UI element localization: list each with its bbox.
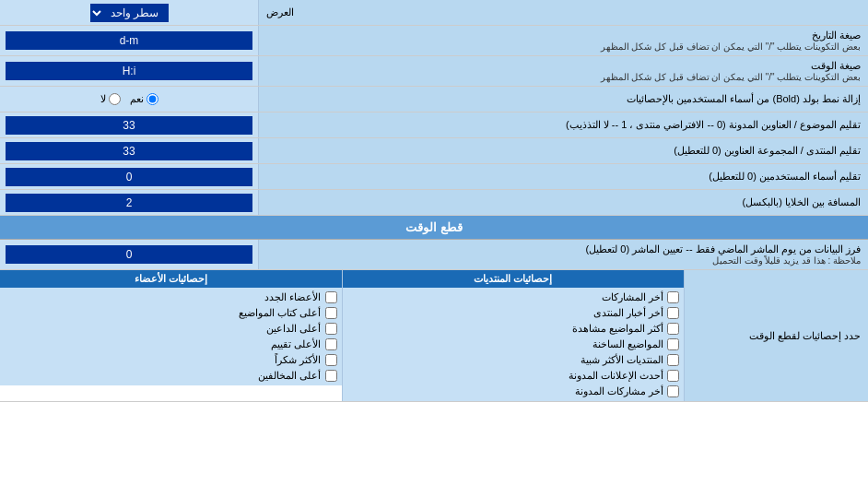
- radio-yes-label[interactable]: نعم: [130, 93, 158, 105]
- members-stats-items: الأعضاء الجدد أعلى كتاب المواضيع أعلى ال…: [0, 288, 342, 385]
- forum-title-trim-row: تقليم المنتدى / المجموعة العناوين (0 للت…: [0, 138, 868, 164]
- bold-removal-radio-cell: نعم لا: [0, 87, 258, 112]
- page-title: العرض: [258, 0, 868, 25]
- checkbox-new-members[interactable]: [325, 291, 337, 303]
- checkbox-similar-forums[interactable]: [667, 354, 679, 366]
- date-format-input-cell: [0, 26, 258, 55]
- panel-item-7: أخر مشاركات المدونة: [347, 384, 680, 399]
- panel-item-5: المنتديات الأكثر شبية: [347, 352, 680, 368]
- checkbox-top-writers[interactable]: [325, 307, 337, 319]
- bold-removal-row: إزالة نمط بولد (Bold) من أسماء المستخدمي…: [0, 87, 868, 112]
- bold-removal-label: إزالة نمط بولد (Bold) من أسماء المستخدمي…: [258, 87, 868, 112]
- cutoff-section-header: قطع الوقت: [0, 216, 868, 240]
- time-format-row: صيغة الوقت بعض التكوينات يتطلب "/" التي …: [0, 56, 868, 87]
- panel-item-3: أكثر المواضيع مشاهدة: [347, 321, 680, 337]
- radio-no-label[interactable]: لا: [100, 93, 121, 105]
- panel-item-6: أحدث الإعلانات المدونة: [347, 368, 680, 384]
- checkbox-top-rated[interactable]: [325, 338, 337, 350]
- date-format-label: صيغة التاريخ بعض التكوينات يتطلب "/" الت…: [258, 26, 868, 55]
- cell-spacing-label: المسافة بين الخلايا (بالبكسل): [258, 190, 868, 215]
- checkbox-latest-announcements[interactable]: [667, 370, 679, 382]
- title-trim-label: تقليم الموضوع / العناوين المدونة (0 -- ا…: [258, 112, 868, 137]
- panel-item-m3: أعلى الداعين: [5, 321, 337, 337]
- username-trim-input[interactable]: [6, 168, 252, 186]
- title-trim-input-cell: [0, 112, 258, 137]
- forum-title-trim-label: تقليم المنتدى / المجموعة العناوين (0 للت…: [258, 138, 868, 163]
- panel-item-m5: الأكثر شكراً: [5, 352, 337, 368]
- date-format-input[interactable]: [6, 31, 252, 50]
- checkbox-panels: إحصائيات المنتديات أخر المشاركات أخر أخب…: [0, 270, 684, 401]
- display-select-cell: سطر واحد سطرين: [0, 0, 258, 25]
- time-format-input[interactable]: [6, 62, 252, 80]
- time-format-input-cell: [0, 56, 258, 86]
- checkbox-hot-topics[interactable]: [667, 338, 679, 350]
- cell-spacing-row: المسافة بين الخلايا (بالبكسل): [0, 190, 868, 216]
- panel-item-m2: أعلى كتاب المواضيع: [5, 305, 337, 321]
- radio-no[interactable]: [109, 93, 121, 105]
- cutoff-days-input-cell: [0, 240, 258, 269]
- checkbox-top-callers[interactable]: [325, 323, 337, 335]
- forums-stats-header: إحصائيات المنتديات: [343, 270, 685, 288]
- title-row: العرض سطر واحد سطرين: [0, 0, 868, 26]
- cutoff-days-row: فرز البيانات من يوم الماشر الماضي فقط --…: [0, 240, 868, 270]
- forums-stats-items: أخر المشاركات أخر أخبار المنتدى أكثر الم…: [343, 288, 685, 401]
- cell-spacing-input-cell: [0, 190, 258, 215]
- panel-item-m1: الأعضاء الجدد: [5, 290, 337, 305]
- username-trim-input-cell: [0, 164, 258, 189]
- forum-title-trim-input-cell: [0, 138, 258, 163]
- members-stats-panel: إحصائيات الأعضاء الأعضاء الجدد أعلى كتاب…: [0, 270, 342, 401]
- date-format-row: صيغة التاريخ بعض التكوينات يتطلب "/" الت…: [0, 26, 868, 56]
- time-format-label: صيغة الوقت بعض التكوينات يتطلب "/" التي …: [258, 56, 868, 86]
- username-trim-label: تقليم أسماء المستخدمين (0 للتعطيل): [258, 164, 868, 189]
- title-trim-row: تقليم الموضوع / العناوين المدونة (0 -- ا…: [0, 112, 868, 138]
- panel-item-2: أخر أخبار المنتدى: [347, 305, 680, 321]
- limit-stats-label: حدد إحصائيات لقطع الوقت: [684, 270, 868, 401]
- checkbox-last-posts[interactable]: [667, 291, 679, 303]
- radio-yes[interactable]: [147, 93, 158, 105]
- cutoff-days-label: فرز البيانات من يوم الماشر الماضي فقط --…: [258, 240, 868, 269]
- panel-item-m6: أعلى المخالفين: [5, 368, 337, 384]
- checkbox-top-violators[interactable]: [325, 370, 337, 382]
- title-trim-input[interactable]: [6, 116, 252, 135]
- panel-item-1: أخر المشاركات: [347, 290, 680, 305]
- members-stats-header: إحصائيات الأعضاء: [0, 270, 342, 288]
- limit-stats-section: حدد إحصائيات لقطع الوقت إحصائيات المنتدي…: [0, 270, 868, 402]
- checkbox-last-blog-posts[interactable]: [667, 385, 679, 397]
- panel-item-4: المواضيع الساخنة: [347, 337, 680, 352]
- forum-title-trim-input[interactable]: [6, 142, 252, 160]
- cutoff-days-input[interactable]: [6, 245, 252, 264]
- cell-spacing-input[interactable]: [6, 194, 252, 212]
- username-trim-row: تقليم أسماء المستخدمين (0 للتعطيل): [0, 164, 868, 190]
- main-container: العرض سطر واحد سطرين صيغة التاريخ بعض ال…: [0, 0, 868, 402]
- checkbox-most-viewed[interactable]: [667, 323, 679, 335]
- display-select[interactable]: سطر واحد سطرين: [90, 4, 169, 22]
- checkbox-last-forum-news[interactable]: [667, 307, 679, 319]
- forums-stats-panel: إحصائيات المنتديات أخر المشاركات أخر أخب…: [342, 270, 685, 401]
- panel-item-m4: الأعلى تقييم: [5, 337, 337, 352]
- checkbox-most-thanks[interactable]: [325, 354, 337, 366]
